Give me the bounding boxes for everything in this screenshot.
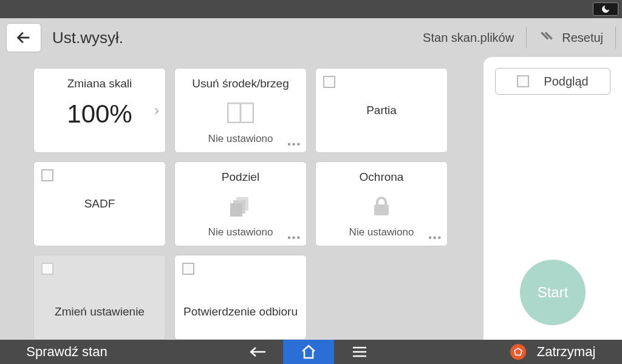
- side-panel: Podgląd Start: [484, 57, 622, 340]
- checkbox-icon: [41, 169, 53, 181]
- more-icon: •••: [287, 139, 301, 150]
- svg-marker-9: [514, 348, 522, 355]
- start-button[interactable]: Start: [520, 260, 586, 325]
- tile-protect[interactable]: Ochrona Nie ustawiono •••: [315, 161, 448, 246]
- tile-divide[interactable]: Podziel Nie ustawiono •••: [174, 161, 307, 246]
- tile-scale[interactable]: Zmiana skali 100% ›: [33, 68, 166, 153]
- tile-change-setting: Zmień ustawienie: [33, 255, 166, 340]
- more-icon: •••: [287, 232, 301, 243]
- tile-title: Usuń środek/brzeg: [175, 77, 306, 90]
- back-button[interactable]: [6, 23, 41, 52]
- reset-button[interactable]: Resetuj: [527, 25, 615, 50]
- tile-label: SADF: [84, 197, 115, 211]
- nav-menu-button[interactable]: [334, 340, 385, 364]
- svg-rect-5: [374, 204, 389, 215]
- tile-erase-center-edge[interactable]: Usuń środek/brzeg Nie ustawiono •••: [174, 68, 307, 153]
- tile-status: Nie ustawiono: [208, 133, 273, 145]
- tile-batch[interactable]: Partia: [315, 68, 448, 153]
- chevron-right-icon: ›: [154, 102, 159, 119]
- stop-icon: [510, 344, 526, 360]
- tile-status: Nie ustawiono: [208, 226, 273, 238]
- nav-home-button[interactable]: [283, 340, 334, 364]
- tile-label: Zmień ustawienie: [55, 305, 145, 318]
- checkbox-icon: [323, 76, 335, 88]
- checkbox-icon: [41, 263, 53, 275]
- tile-title: Zmiana skali: [34, 77, 165, 90]
- more-icon: •••: [428, 232, 442, 243]
- checkbox-icon: [517, 75, 529, 87]
- tile-sadf[interactable]: SADF: [33, 161, 166, 246]
- checkbox-icon: [182, 263, 194, 275]
- tile-status: Nie ustawiono: [349, 226, 414, 238]
- night-mode-icon[interactable]: [593, 2, 618, 16]
- stack-icon: [229, 196, 252, 219]
- page-title: Ust.wysył.: [52, 29, 123, 47]
- system-topbar: [0, 0, 622, 18]
- header: Ust.wysył. Stan skan.plików Resetuj: [0, 18, 622, 57]
- preview-label: Podgląd: [544, 75, 588, 89]
- tile-reception-confirm[interactable]: Potwierdzenie odbioru: [174, 255, 307, 340]
- preview-button[interactable]: Podgląd: [495, 68, 610, 95]
- check-status-button[interactable]: Sprawdź stan: [0, 340, 134, 364]
- tile-value: 100%: [67, 99, 132, 129]
- svg-rect-4: [230, 203, 242, 217]
- settings-grid: Zmiana skali 100% › Usuń środek/brzeg Ni…: [0, 57, 484, 340]
- tile-label: Potwierdzenie odbioru: [183, 305, 298, 318]
- scan-file-status-button[interactable]: Stan skan.plików: [411, 25, 526, 50]
- nav-back-button[interactable]: [232, 340, 283, 364]
- bottom-bar: Sprawdź stan Zatrzymaj: [0, 340, 622, 364]
- reset-icon: [539, 29, 555, 47]
- page-split-icon: [227, 103, 254, 126]
- tile-label: Partia: [366, 104, 397, 117]
- separator: [615, 27, 616, 49]
- tile-title: Podziel: [175, 170, 306, 184]
- lock-icon: [372, 196, 391, 219]
- stop-button[interactable]: Zatrzymaj: [484, 340, 622, 364]
- tile-title: Ochrona: [316, 170, 447, 184]
